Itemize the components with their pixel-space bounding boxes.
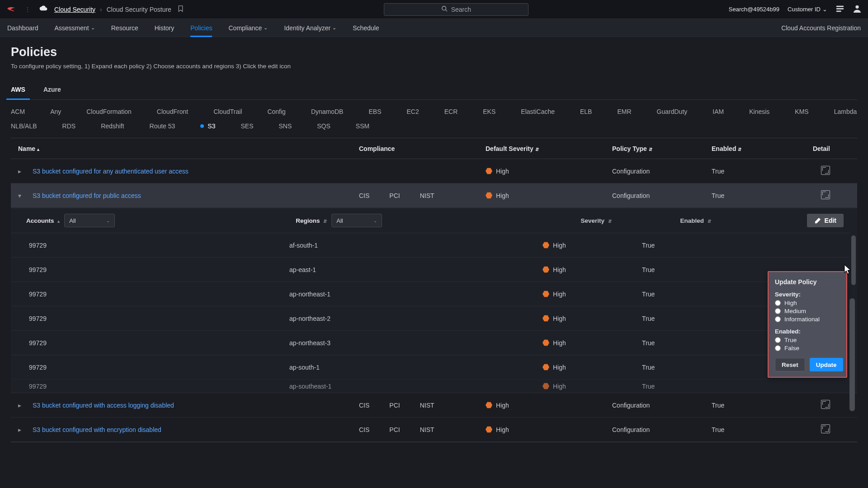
nav-item-dashboard[interactable]: Dashboard	[7, 19, 38, 37]
region-name: ap-northeast-1	[289, 291, 542, 298]
edit-button[interactable]: Edit	[807, 214, 844, 227]
policy-name-link[interactable]: S3 bucket configured for any authenticat…	[33, 168, 189, 175]
nav-item-history[interactable]: History	[155, 19, 175, 37]
col-severity-inner[interactable]: Severity ⇵	[581, 217, 680, 224]
notifications-icon[interactable]	[835, 5, 844, 14]
service-filter-acm[interactable]: ACM	[11, 108, 25, 115]
update-button[interactable]: Update	[810, 358, 843, 371]
service-filter-kinesis[interactable]: Kinesis	[749, 108, 769, 115]
enabled-value: True	[712, 426, 802, 433]
bookmark-icon[interactable]	[178, 5, 184, 14]
platform-tab-azure[interactable]: Azure	[43, 81, 61, 99]
service-filter-lambda[interactable]: Lambda	[834, 108, 857, 115]
service-filter-redshift[interactable]: Redshift	[101, 122, 124, 130]
page-subtitle: To configure policy setting, 1) Expand e…	[11, 63, 857, 70]
service-filter-guardduty[interactable]: GuardDuty	[657, 108, 688, 115]
col-name[interactable]: Name	[18, 145, 35, 152]
service-filter-rds[interactable]: RDS	[62, 122, 76, 130]
nav-item-identity-analyzer[interactable]: Identity Analyzer ⌄	[284, 19, 336, 37]
customer-id-dropdown[interactable]: Customer ID⌄	[788, 6, 827, 13]
severity-text: High	[553, 364, 566, 371]
cloud-accounts-registration-link[interactable]: Cloud Accounts Registration	[781, 24, 861, 32]
policy-row[interactable]: ▸S3 bucket configured with encryption di…	[11, 418, 857, 442]
col-compliance[interactable]: Compliance	[359, 145, 395, 152]
service-filter-config[interactable]: Config	[267, 108, 285, 115]
account-region-row[interactable]: 99729ap-northeast-2HighTrue	[11, 306, 857, 330]
expand-detail-icon[interactable]	[821, 400, 830, 409]
expand-detail-icon[interactable]	[821, 166, 830, 175]
user-avatar-icon[interactable]	[853, 4, 862, 14]
table-vertical-scrollbar[interactable]	[848, 296, 856, 442]
service-filter-dynamodb[interactable]: DynamoDB	[311, 108, 344, 115]
severity-option-informational[interactable]: Informational	[775, 316, 840, 323]
enabled-option-true[interactable]: True	[775, 337, 840, 343]
account-region-row[interactable]: 99729af-south-1HighTrue	[11, 233, 857, 257]
svg-rect-3	[836, 8, 844, 9]
policy-name-link[interactable]: S3 bucket configured with encryption dis…	[33, 426, 161, 433]
service-filter-emr[interactable]: EMR	[617, 108, 631, 115]
nav-item-compliance[interactable]: Compliance ⌄	[228, 19, 268, 37]
expand-detail-icon[interactable]	[821, 190, 830, 199]
breadcrumb-root-link[interactable]: Cloud Security	[54, 6, 95, 13]
service-filter-elasticache[interactable]: ElastiCache	[521, 108, 555, 115]
global-search-input[interactable]: Search	[384, 3, 528, 16]
nav-item-policies[interactable]: Policies	[190, 19, 212, 37]
crowdstrike-logo-icon[interactable]	[6, 5, 16, 14]
service-filter-ssm[interactable]: SSM	[356, 122, 369, 130]
service-filter-elb[interactable]: ELB	[580, 108, 592, 115]
enabled-value: True	[642, 242, 769, 249]
service-filter-eks[interactable]: EKS	[483, 108, 495, 115]
account-region-row[interactable]: 99729ap-northeast-1HighTrue	[11, 282, 857, 306]
col-enabled-inner[interactable]: Enabled ⇵	[680, 217, 807, 224]
service-filter-any[interactable]: Any	[50, 108, 61, 115]
account-region-row[interactable]: 99729ap-northeast-3HighTrue	[11, 330, 857, 355]
expand-icon[interactable]: ▸	[18, 402, 28, 409]
nav-item-resource[interactable]: Resource	[111, 19, 138, 37]
policy-name-link[interactable]: S3 bucket configured with access logging…	[33, 402, 174, 409]
accounts-filter-dropdown[interactable]: All⌄	[64, 214, 115, 227]
platform-tab-aws[interactable]: AWS	[11, 81, 25, 99]
collapse-icon[interactable]: ▾	[18, 192, 28, 199]
account-region-row[interactable]: 99729ap-southeast-1HighTrue	[11, 379, 857, 393]
expand-detail-icon[interactable]	[821, 424, 830, 433]
severity-option-medium[interactable]: Medium	[775, 308, 840, 314]
col-policy-type[interactable]: Policy Type	[612, 145, 647, 152]
account-region-row[interactable]: 99729ap-east-1HighTrue	[11, 257, 857, 282]
service-filter-kms[interactable]: KMS	[795, 108, 808, 115]
reset-button[interactable]: Reset	[775, 358, 805, 371]
col-regions[interactable]: Regions ⇵	[296, 217, 327, 224]
col-accounts[interactable]: Accounts ▴	[26, 217, 60, 224]
service-filter-cloudformation[interactable]: CloudFormation	[86, 108, 132, 115]
col-severity[interactable]: Default Severity	[486, 145, 533, 152]
service-filter-s3[interactable]: S3	[200, 122, 215, 130]
account-email[interactable]: Search@49524b99	[729, 6, 779, 13]
service-filter-ecr[interactable]: ECR	[444, 108, 458, 115]
service-filter-nlb-alb[interactable]: NLB/ALB	[11, 122, 37, 130]
expand-icon[interactable]: ▸	[18, 168, 28, 175]
policy-row[interactable]: ▾S3 bucket configured for public accessC…	[11, 183, 857, 208]
col-enabled[interactable]: Enabled	[712, 145, 736, 152]
severity-hex-icon	[542, 266, 549, 273]
regions-filter-dropdown[interactable]: All⌄	[331, 214, 382, 227]
service-filter-sns[interactable]: SNS	[278, 122, 292, 130]
nav-item-assessment[interactable]: Assessment ⌄	[55, 19, 95, 37]
service-filter-cloudtrail[interactable]: CloudTrail	[213, 108, 242, 115]
nav-item-schedule[interactable]: Schedule	[353, 19, 379, 37]
account-id: 99729	[29, 266, 289, 273]
enabled-option-false[interactable]: False	[775, 345, 840, 352]
expand-icon[interactable]: ▸	[18, 426, 28, 433]
service-filter-ec2[interactable]: EC2	[406, 108, 419, 115]
policy-name-link[interactable]: S3 bucket configured for public access	[33, 192, 141, 199]
service-filter-iam[interactable]: IAM	[712, 108, 724, 115]
severity-text: High	[553, 242, 566, 249]
policy-row[interactable]: ▸S3 bucket configured for any authentica…	[11, 159, 857, 183]
service-filter-sqs[interactable]: SQS	[317, 122, 330, 130]
account-id: 99729	[29, 339, 289, 347]
service-filter-cloudfront[interactable]: CloudFront	[157, 108, 188, 115]
service-filter-route-53[interactable]: Route 53	[150, 122, 175, 130]
account-region-row[interactable]: 99729ap-south-1HighTrue	[11, 355, 857, 379]
policy-row[interactable]: ▸S3 bucket configured with access loggin…	[11, 393, 857, 418]
service-filter-ses[interactable]: SES	[241, 122, 253, 130]
severity-option-high[interactable]: High	[775, 300, 840, 306]
service-filter-ebs[interactable]: EBS	[368, 108, 381, 115]
